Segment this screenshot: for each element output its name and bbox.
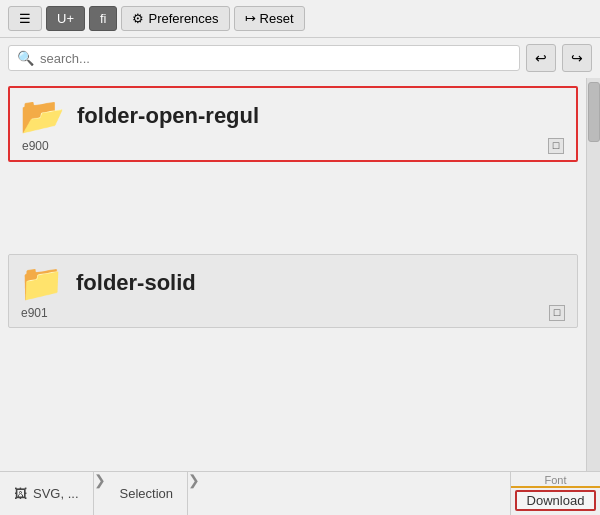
preferences-button[interactable]: ⚙ Preferences [121,6,229,31]
icon-list: 📂 folder-open-regul e900 ☐ 📁 folder-soli… [0,78,586,471]
icon-item-top: 📂 folder-open-regul [20,98,566,134]
back-icon: ↩ [535,50,547,66]
folder-solid-code: e901 [21,306,48,320]
forward-icon: ↪ [571,50,583,66]
chevron-right-icon-2: ❯ [188,472,200,515]
icon-item-folder-solid[interactable]: 📁 folder-solid e901 ☐ [8,254,578,328]
unicode-label: U+ [57,11,74,26]
folder-open-glyph: 📂 [20,98,65,134]
empty-space [8,174,578,254]
icon-meta-1: e901 ☐ [19,305,567,321]
svg-tab[interactable]: 🖼 SVG, ... [0,472,94,515]
search-row: 🔍 ↩ ↪ [0,38,600,78]
menu-button[interactable]: ☰ [8,6,42,31]
main-area: 📂 folder-open-regul e900 ☐ 📁 folder-soli… [0,78,600,471]
selection-label: Selection [120,486,173,501]
liga-label: fi [100,11,107,26]
scrollbar-thumb[interactable] [588,82,600,142]
reset-icon: ↦ [245,11,256,26]
icon-meta-0: e900 ☐ [20,138,566,154]
reset-label: Reset [260,11,294,26]
reset-button[interactable]: ↦ Reset [234,6,305,31]
forward-button[interactable]: ↪ [562,44,592,72]
icon-item-top-1: 📁 folder-solid [19,265,567,301]
search-icon: 🔍 [17,50,34,66]
download-label: Download [527,493,585,508]
scrollbar-track[interactable] [586,78,600,471]
back-button[interactable]: ↩ [526,44,556,72]
copy-button-1[interactable]: ☐ [549,305,565,321]
svg-label: SVG, ... [33,486,79,501]
gear-icon: ⚙ [132,11,144,26]
preferences-label: Preferences [148,11,218,26]
menu-icon: ☰ [19,11,31,26]
font-download-section: Font Download [510,472,600,515]
font-label: Font [511,472,600,488]
svg-icon: 🖼 [14,486,27,501]
folder-solid-name: folder-solid [76,270,196,296]
toolbar: ☰ U+ fi ⚙ Preferences ↦ Reset [0,0,600,38]
search-box: 🔍 [8,45,520,71]
copy-button-0[interactable]: ☐ [548,138,564,154]
unicode-button[interactable]: U+ [46,6,85,31]
download-button[interactable]: Download [515,490,596,511]
chevron-right-icon-1: ❯ [94,472,106,515]
folder-open-name: folder-open-regul [77,103,259,129]
selection-tab[interactable]: Selection [106,472,188,515]
icon-item-folder-open[interactable]: 📂 folder-open-regul e900 ☐ [8,86,578,162]
folder-open-code: e900 [22,139,49,153]
search-input[interactable] [40,51,511,66]
folder-solid-glyph: 📁 [19,265,64,301]
liga-button[interactable]: fi [89,6,118,31]
bottom-bar: 🖼 SVG, ... ❯ Selection ❯ Font Download [0,471,600,515]
